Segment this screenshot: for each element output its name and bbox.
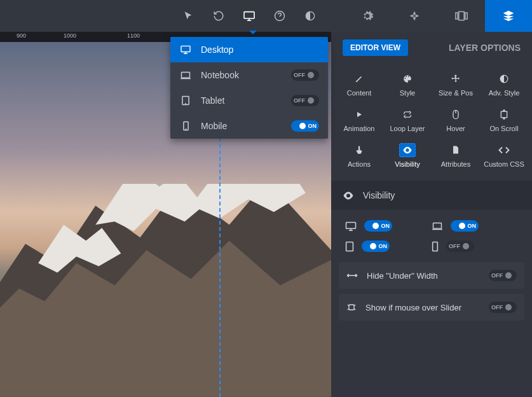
visibility-section-header[interactable]: Visibility (331, 181, 532, 210)
tool-size-pos[interactable]: Size & Pos (432, 66, 480, 102)
show-mouse-over-toggle[interactable]: OFF (489, 302, 517, 313)
svg-rect-19 (349, 305, 354, 310)
scroll-icon (496, 108, 512, 122)
contrast-icon[interactable] (295, 0, 325, 32)
visibility-desktop: ON (345, 220, 432, 232)
visibility-notebook: ON (432, 220, 518, 232)
dropdown-arrow-icon (249, 31, 257, 34)
dropdown-label: Tablet (201, 95, 291, 106)
half-circle-icon (496, 72, 512, 86)
tool-content[interactable]: Content (335, 66, 383, 102)
palette-icon (399, 72, 416, 86)
panel-header: EDITOR VIEW LAYER OPTIONS (331, 32, 532, 64)
tablet-icon (345, 241, 354, 252)
visibility-tablet: ON (345, 240, 432, 252)
svg-rect-3 (456, 13, 458, 19)
tool-hover[interactable]: Hover (432, 102, 480, 137)
svg-rect-7 (182, 72, 190, 78)
notebook-toggle[interactable]: OFF (291, 69, 319, 81)
dropdown-item-tablet[interactable]: Tablet OFF (170, 88, 328, 113)
dropdown-item-desktop[interactable]: Desktop (170, 37, 328, 62)
editor-view-pill[interactable]: EDITOR VIEW (343, 39, 408, 56)
toolbar-icon-group (173, 0, 325, 32)
dropdown-item-mobile[interactable]: Mobile ON (170, 113, 328, 139)
svg-rect-5 (465, 13, 467, 19)
settings-tab-icon[interactable] (344, 0, 391, 32)
svg-point-9 (186, 104, 186, 104)
move-icon (447, 72, 464, 86)
tool-visibility[interactable]: Visibility (383, 137, 432, 173)
tool-actions[interactable]: Actions (335, 137, 383, 173)
tool-adv-style[interactable]: Adv. Style (480, 66, 528, 102)
svg-rect-6 (181, 46, 190, 52)
tap-icon (351, 143, 367, 157)
navigation-tab-icon[interactable] (391, 0, 438, 32)
ruler-mark: 900 (17, 32, 26, 39)
option-label: Hide "Under" Width (367, 271, 480, 281)
tablet-visibility-toggle[interactable]: ON (362, 240, 390, 252)
help-icon[interactable] (264, 0, 295, 32)
layer-options-label[interactable]: LAYER OPTIONS (449, 43, 521, 53)
mobile-visibility-toggle[interactable]: OFF (446, 240, 474, 252)
visibility-mobile: OFF (432, 240, 518, 252)
tool-style[interactable]: Style (383, 66, 432, 102)
top-toolbar (0, 0, 532, 32)
tool-attributes[interactable]: Attributes (432, 137, 480, 173)
hide-under-width-row: Hide "Under" Width OFF (339, 262, 524, 289)
dropdown-label: Notebook (201, 70, 291, 80)
desktop-visibility-toggle[interactable]: ON (364, 220, 392, 232)
svg-rect-4 (459, 11, 464, 20)
mobile-icon (179, 121, 192, 131)
device-preview-icon[interactable] (234, 0, 264, 32)
tablet-toggle[interactable]: OFF (291, 95, 319, 106)
layers-tab-icon[interactable] (485, 0, 532, 32)
mouse-icon (447, 108, 464, 122)
notebook-visibility-toggle[interactable]: ON (451, 220, 479, 232)
eye-icon (343, 192, 354, 200)
svg-rect-0 (244, 12, 254, 18)
loop-icon (399, 108, 416, 122)
svg-rect-14 (501, 111, 507, 117)
tool-on-scroll[interactable]: On Scroll (480, 102, 528, 137)
option-label: Show if mouse over Slider (365, 303, 480, 312)
hide-under-width-toggle[interactable]: OFF (489, 270, 517, 281)
device-dropdown: Desktop Notebook OFF Tablet OFF Mobile O… (170, 37, 328, 139)
right-panel: EDITOR VIEW LAYER OPTIONS Content Style … (331, 32, 532, 397)
show-mouse-over-row: Show if mouse over Slider OFF (339, 294, 524, 321)
width-arrows-icon (346, 272, 358, 279)
svg-point-11 (186, 129, 186, 130)
section-title: Visibility (363, 190, 395, 200)
svg-rect-18 (433, 242, 438, 251)
pointer-tool-icon[interactable] (173, 0, 203, 32)
tool-loop-layer[interactable]: Loop Layer (383, 102, 432, 137)
file-icon (447, 143, 464, 157)
undo-icon[interactable] (203, 0, 234, 32)
dropdown-item-notebook[interactable]: Notebook OFF (170, 62, 328, 88)
tool-animation[interactable]: Animation (335, 102, 383, 137)
tool-custom-css[interactable]: Custom CSS (480, 137, 528, 173)
visibility-box-icon (399, 143, 416, 157)
desktop-icon (179, 45, 192, 54)
tablet-icon (179, 95, 192, 106)
notebook-icon (179, 71, 192, 80)
dropdown-label: Mobile (201, 121, 291, 131)
svg-rect-17 (346, 242, 353, 251)
background-image (0, 184, 331, 397)
play-icon (351, 108, 367, 122)
svg-rect-15 (346, 222, 356, 228)
ruler-mark: 1100 (127, 32, 140, 39)
mobile-toggle[interactable]: ON (291, 120, 319, 132)
ruler-mark: 1000 (64, 32, 76, 39)
dropdown-label: Desktop (201, 45, 319, 55)
panel-tabs (344, 0, 532, 32)
notebook-icon (432, 222, 443, 230)
code-icon (496, 143, 512, 157)
mobile-icon (432, 241, 439, 252)
pencil-icon (351, 72, 367, 86)
desktop-icon (345, 221, 357, 231)
layer-tool-grid: Content Style Size & Pos Adv. Style Anim… (331, 64, 532, 181)
device-visibility-grid: ON ON ON OFF (331, 210, 532, 262)
target-icon (346, 302, 357, 312)
slides-tab-icon[interactable] (438, 0, 485, 32)
svg-rect-16 (433, 223, 442, 228)
